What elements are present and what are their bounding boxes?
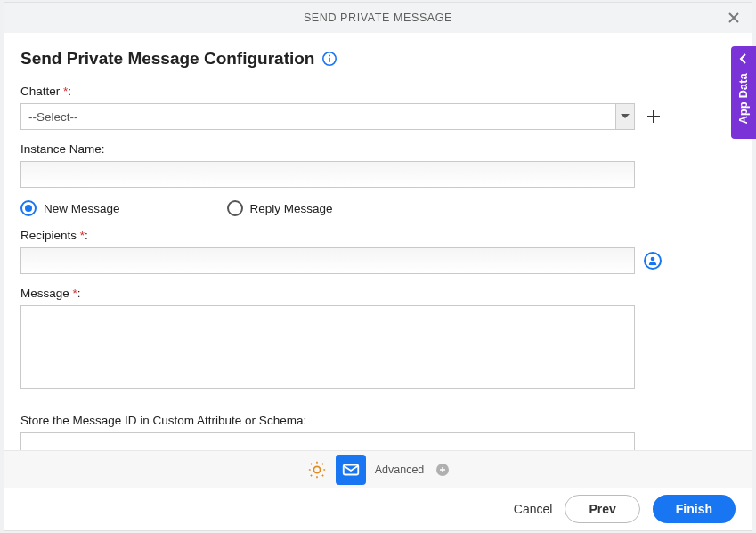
- radio-new-message[interactable]: New Message: [20, 200, 120, 216]
- finish-button[interactable]: Finish: [653, 495, 736, 523]
- footer: Cancel Prev Finish: [4, 488, 752, 530]
- info-icon[interactable]: [321, 51, 337, 67]
- gear-icon: [307, 460, 327, 480]
- settings-button[interactable]: [307, 460, 327, 480]
- store-message-id-input[interactable]: [20, 432, 635, 450]
- colon: :: [85, 229, 88, 242]
- svg-point-3: [651, 257, 655, 262]
- side-tab-label: App Data: [737, 73, 750, 124]
- chevron-left-icon: [739, 52, 748, 68]
- envelope-icon: [341, 460, 361, 480]
- recipients-row: [20, 247, 736, 274]
- toolbar-strip: Advanced: [4, 450, 752, 488]
- advanced-add-button[interactable]: [436, 464, 449, 476]
- field-recipients: Recipients *:: [20, 229, 736, 274]
- chatter-label-text: Chatter: [20, 85, 63, 98]
- field-instance-name: Instance Name:: [20, 142, 736, 188]
- prev-button[interactable]: Prev: [565, 495, 639, 523]
- dialog: SEND PRIVATE MESSAGE Send Private Messag…: [4, 2, 752, 531]
- page-title-row: Send Private Message Configuration: [20, 49, 736, 69]
- radio-new-label: New Message: [44, 202, 120, 215]
- store-label: Store the Message ID in Custom Attribute…: [20, 414, 736, 427]
- titlebar: SEND PRIVATE MESSAGE: [4, 3, 752, 33]
- message-label: Message *:: [20, 287, 736, 300]
- advanced-label: Advanced: [375, 464, 425, 476]
- recipients-label: Recipients *:: [20, 229, 736, 242]
- radio-reply-label: Reply Message: [250, 202, 333, 215]
- radio-indicator: [20, 200, 37, 216]
- chatter-select-input[interactable]: [20, 103, 615, 130]
- svg-rect-2: [329, 58, 331, 62]
- recipients-label-text: Recipients: [20, 229, 80, 242]
- radio-dot: [25, 205, 32, 212]
- chatter-add-button[interactable]: [644, 107, 663, 126]
- field-store-message-id: Store the Message ID in Custom Attribute…: [20, 414, 736, 450]
- message-type-radios: New Message Reply Message: [20, 200, 736, 216]
- instance-name-input[interactable]: [20, 161, 635, 188]
- radio-reply-message[interactable]: Reply Message: [227, 200, 333, 216]
- colon: :: [68, 85, 71, 98]
- chatter-label: Chatter *:: [20, 85, 736, 98]
- colon: :: [77, 287, 81, 300]
- svg-point-1: [329, 55, 330, 57]
- instance-label: Instance Name:: [20, 142, 736, 156]
- plus-icon: [646, 109, 662, 125]
- chevron-down-icon: [621, 114, 630, 119]
- chatter-dropdown-button[interactable]: [615, 103, 635, 130]
- cancel-button[interactable]: Cancel: [514, 502, 553, 516]
- chatter-row: [20, 103, 736, 130]
- close-button[interactable]: [723, 7, 744, 28]
- close-icon: [727, 11, 741, 25]
- envelope-button[interactable]: [336, 455, 366, 485]
- page-title: Send Private Message Configuration: [20, 49, 314, 69]
- user-icon: [647, 255, 658, 266]
- recipients-input[interactable]: [20, 247, 635, 274]
- titlebar-title: SEND PRIVATE MESSAGE: [304, 12, 452, 24]
- pick-user-button[interactable]: [644, 252, 662, 270]
- content-area: Send Private Message Configuration Chatt…: [4, 33, 752, 450]
- chatter-select[interactable]: [20, 103, 635, 130]
- message-label-text: Message: [20, 287, 73, 300]
- plus-icon: [439, 466, 446, 473]
- message-textarea[interactable]: [20, 305, 635, 389]
- field-chatter: Chatter *:: [20, 85, 736, 130]
- app-data-side-tab[interactable]: App Data: [731, 46, 756, 139]
- radio-indicator: [227, 200, 243, 216]
- field-message: Message *:: [20, 287, 736, 392]
